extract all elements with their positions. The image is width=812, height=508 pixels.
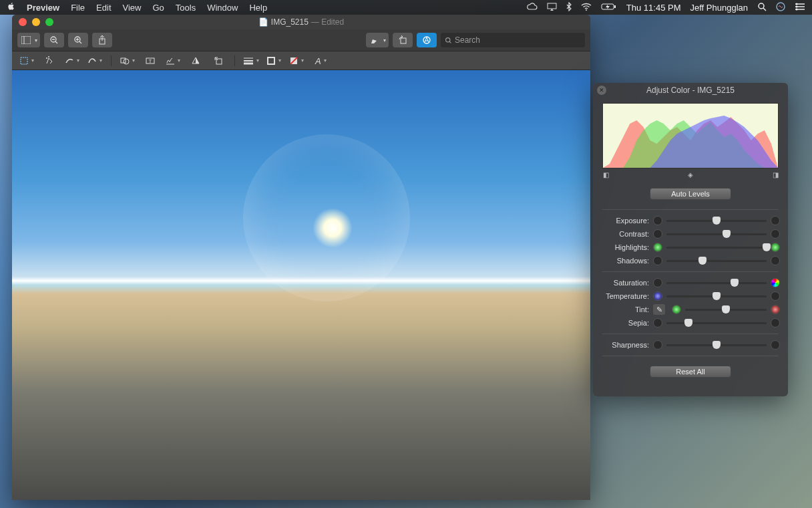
slider-label: Exposure: <box>601 217 649 225</box>
svg-point-11 <box>796 5 798 7</box>
window-minimize-button[interactable] <box>32 18 40 26</box>
slider-thumb[interactable] <box>698 257 706 265</box>
user-name[interactable]: Jeff Phungglan <box>690 3 749 13</box>
titlebar[interactable]: 📄 IMG_5215 — Edited <box>12 15 590 29</box>
slider-min-icon <box>653 291 662 301</box>
text-tool[interactable]: T <box>141 53 160 68</box>
fill-color-tool[interactable] <box>287 53 306 68</box>
slider-thumb[interactable] <box>713 292 721 300</box>
markup-button[interactable] <box>417 33 437 47</box>
slider-thumb[interactable] <box>684 319 692 327</box>
slider-track[interactable] <box>666 344 767 346</box>
auto-levels-button[interactable]: Auto Levels <box>650 188 731 200</box>
slider-thumb[interactable] <box>713 341 721 349</box>
share-button[interactable] <box>92 33 112 47</box>
zoom-out-button[interactable] <box>44 33 64 47</box>
hist-marker-right[interactable]: ◨ <box>772 171 779 178</box>
sketch-tool[interactable] <box>63 53 81 68</box>
hist-marker-left[interactable]: ◧ <box>602 171 609 178</box>
menu-window[interactable]: Window <box>207 3 238 13</box>
cloud-icon[interactable] <box>527 3 538 13</box>
sign-tool[interactable] <box>164 53 182 68</box>
instant-alpha-tool[interactable] <box>40 53 59 68</box>
rotate-button[interactable] <box>393 33 413 47</box>
hist-marker-mid[interactable]: ◈ <box>687 171 694 178</box>
slider-thumb[interactable] <box>763 243 771 251</box>
image-canvas[interactable] <box>12 70 590 500</box>
slider-max-icon <box>771 305 780 314</box>
spotlight-icon[interactable] <box>757 2 767 13</box>
highlight-dropdown[interactable] <box>366 33 389 47</box>
menu-edit[interactable]: Edit <box>96 3 111 13</box>
slider-min-icon <box>653 216 662 225</box>
slider-track[interactable] <box>685 309 767 311</box>
app-name[interactable]: Preview <box>27 3 59 13</box>
line-style-tool[interactable] <box>242 53 260 68</box>
menu-tools[interactable]: Tools <box>176 3 196 13</box>
airplay-icon[interactable] <box>547 3 557 13</box>
slider-label: Saturation: <box>601 279 649 287</box>
slider-label: Sharpness: <box>601 341 649 349</box>
siri-icon[interactable] <box>776 2 785 13</box>
markup-toolbar: T A <box>12 51 590 70</box>
slider-track[interactable] <box>666 260 767 262</box>
slider-max-icon <box>771 229 780 239</box>
slider-row-shadows: Shadows: <box>593 254 788 267</box>
battery-icon[interactable] <box>601 3 617 13</box>
slider-min-icon <box>653 318 662 328</box>
clock[interactable]: Thu 11:45 PM <box>626 3 681 13</box>
slider-thumb[interactable] <box>731 279 739 287</box>
menu-file[interactable]: File <box>71 3 85 13</box>
svg-line-17 <box>55 41 57 43</box>
tint-picker-button[interactable]: ✎ <box>653 304 665 315</box>
menu-go[interactable]: Go <box>152 3 164 13</box>
selection-tool[interactable] <box>17 53 36 68</box>
svg-line-27 <box>449 41 451 43</box>
slider-label: Highlights: <box>601 243 649 251</box>
border-color-tool[interactable] <box>264 53 283 68</box>
window-close-button[interactable] <box>19 18 27 26</box>
panel-titlebar[interactable]: ✕ Adjust Color - IMG_5215 <box>593 83 788 98</box>
zoom-in-button[interactable] <box>68 33 88 47</box>
draw-tool[interactable] <box>85 53 104 68</box>
slider-row-tint: Tint:✎ <box>593 303 788 316</box>
search-placeholder: Search <box>455 35 480 45</box>
slider-thumb[interactable] <box>713 217 721 225</box>
slider-track[interactable] <box>666 233 767 235</box>
apple-icon[interactable] <box>7 2 15 13</box>
slider-thumb[interactable] <box>722 305 730 313</box>
svg-rect-24 <box>401 38 406 43</box>
slider-row-temperature: Temperature: <box>593 289 788 303</box>
slider-min-icon <box>653 229 662 239</box>
shapes-tool[interactable] <box>118 53 137 68</box>
panel-close-button[interactable]: ✕ <box>597 86 606 95</box>
wifi-icon[interactable] <box>581 3 592 13</box>
svg-point-29 <box>46 57 47 59</box>
sidebar-dropdown[interactable] <box>17 33 40 47</box>
notification-icon[interactable] <box>795 3 805 13</box>
reset-all-button[interactable]: Reset All <box>650 366 731 378</box>
slider-thumb[interactable] <box>723 230 731 238</box>
slider-min-icon <box>653 256 662 265</box>
slider-max-icon <box>771 340 780 350</box>
font-tool[interactable]: A <box>310 53 329 68</box>
menu-view[interactable]: View <box>123 3 142 13</box>
adjust-size-tool[interactable] <box>209 53 228 68</box>
slider-track[interactable] <box>666 220 767 222</box>
menu-help[interactable]: Help <box>249 3 267 13</box>
slider-track[interactable] <box>666 282 767 284</box>
slider-min-icon <box>653 243 662 252</box>
preview-window: 📄 IMG_5215 — Edited Search T A <box>12 15 590 500</box>
sun <box>313 208 353 248</box>
search-field[interactable]: Search <box>441 33 585 47</box>
slider-max-icon <box>771 216 780 225</box>
slider-label: Shadows: <box>601 257 649 265</box>
window-zoom-button[interactable] <box>45 18 53 26</box>
bluetooth-icon[interactable] <box>566 2 572 13</box>
slider-min-icon <box>653 278 662 287</box>
histogram[interactable] <box>602 103 779 168</box>
slider-track[interactable] <box>666 247 767 249</box>
adjust-color-tool[interactable] <box>186 53 205 68</box>
slider-track[interactable] <box>666 322 767 324</box>
slider-track[interactable] <box>666 295 767 297</box>
